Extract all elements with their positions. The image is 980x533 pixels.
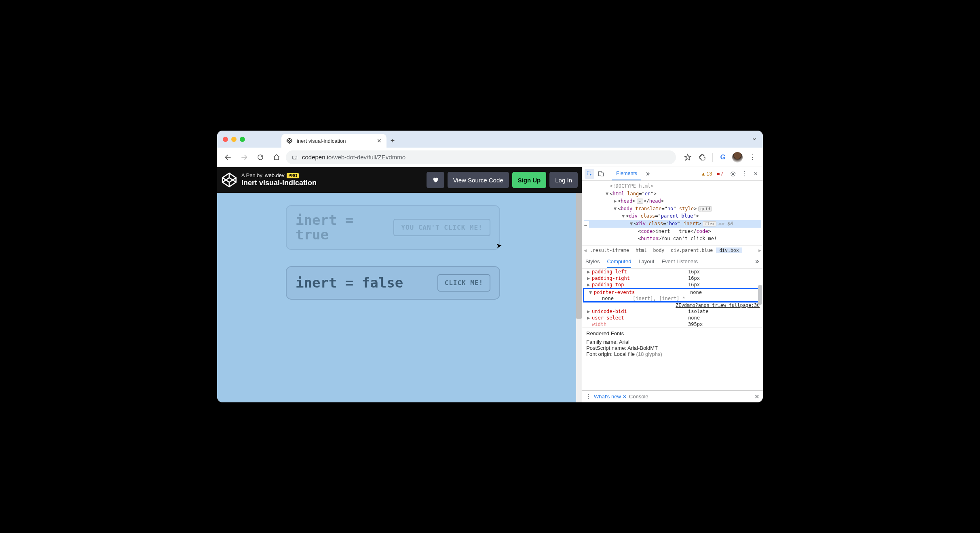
codepen-favicon: [286, 137, 293, 144]
computed-row[interactable]: ▶unicode-bidiisolate: [582, 308, 763, 315]
maximize-window-button[interactable]: [240, 137, 245, 142]
inert-false-box: inert = false Click me!: [286, 266, 500, 300]
codepen-logo-icon: [221, 172, 237, 188]
reload-button[interactable]: [253, 150, 267, 164]
more-tabs-button[interactable]: [643, 169, 653, 179]
google-account-button[interactable]: G: [716, 150, 730, 164]
byline-author-link[interactable]: web.dev: [265, 173, 284, 179]
codepen-actions: View Source Code Sign Up Log In: [427, 172, 578, 188]
computed-subrow: none[inert], [inert] *: [584, 296, 761, 301]
new-tab-button[interactable]: +: [387, 134, 399, 148]
browser-toolbar: codepen.io/web-dot-dev/full/ZEvdmmo G ⋮: [217, 148, 763, 167]
drawer-close-button[interactable]: ✕: [754, 393, 760, 400]
browser-tab[interactable]: inert visual-indication ✕: [281, 134, 387, 148]
breadcrumb-item-selected[interactable]: div.box: [716, 247, 742, 253]
tree-doctype: <!DOCTYPE html>: [584, 182, 761, 190]
tree-head[interactable]: ▶<head>⋯</head>: [584, 197, 761, 205]
login-button[interactable]: Log In: [549, 172, 578, 188]
console-tab[interactable]: Console: [629, 391, 648, 402]
computed-row[interactable]: width395px: [582, 321, 763, 328]
tab-title: inert visual-indication: [297, 138, 346, 144]
extensions-button[interactable]: [695, 150, 709, 164]
computed-tab[interactable]: Computed: [607, 256, 631, 268]
back-button[interactable]: [221, 150, 235, 164]
breadcrumb-item[interactable]: body: [650, 247, 668, 253]
svg-rect-0: [293, 156, 297, 159]
issues-indicator[interactable]: ■ 7: [717, 171, 723, 177]
signup-button[interactable]: Sign Up: [512, 172, 547, 188]
breadcrumb-item[interactable]: html: [632, 247, 650, 253]
tree-div-box-selected[interactable]: ▼<div class="box" inert>flex== $0: [584, 220, 761, 228]
elements-tab[interactable]: Elements: [612, 167, 641, 180]
codepen-header: A Pen by web.dev PRO inert visual-indica…: [217, 167, 582, 193]
pointer-events-highlight: ▼pointer-eventsnone none[inert], [inert]…: [583, 288, 762, 302]
tab-strip: inert visual-indication ✕ +: [217, 131, 763, 148]
styles-tab[interactable]: Styles: [585, 256, 600, 268]
rendered-fonts: Rendered Fonts Family name: Arial PostSc…: [582, 328, 763, 361]
browser-menu-button[interactable]: ⋮: [745, 150, 759, 164]
inert-false-code: inert = false: [296, 276, 429, 290]
profile-avatar[interactable]: [731, 150, 744, 164]
more-subtabs-icon[interactable]: [754, 259, 760, 264]
devtools-close-button[interactable]: ✕: [751, 169, 760, 179]
computed-row[interactable]: ▶user-selectnone: [582, 315, 763, 321]
warnings-indicator[interactable]: ▲ 13: [701, 171, 712, 177]
view-source-button[interactable]: View Source Code: [448, 172, 509, 188]
whats-new-tab[interactable]: What's new ✕: [594, 391, 627, 402]
font-family: Family name: Arial: [586, 339, 759, 345]
browser-window: inert visual-indication ✕ + codepen.io/w…: [217, 131, 763, 402]
close-tab-button[interactable]: ✕: [377, 137, 382, 144]
minimize-window-button[interactable]: [231, 137, 237, 142]
svg-point-4: [732, 173, 734, 175]
layout-tab[interactable]: Layout: [638, 256, 654, 268]
pen-body: inert = true You can't click me! inert =…: [217, 193, 582, 402]
window-controls: [223, 131, 245, 148]
devtools-drawer: ⋮ What's new ✕ Console ✕: [582, 390, 763, 402]
inspect-element-button[interactable]: [585, 169, 594, 179]
codepen-title-area: A Pen by web.dev PRO inert visual-indica…: [241, 173, 317, 187]
url-text: codepen.io/web-dot-dev/full/ZEvdmmo: [302, 154, 406, 161]
rendered-fonts-heading: Rendered Fonts: [586, 330, 759, 336]
font-postscript: PostScript name: Arial-BoldMT: [586, 345, 759, 351]
tabs-dropdown-button[interactable]: [752, 131, 763, 148]
computed-row[interactable]: ▶padding-top16px: [582, 281, 763, 288]
event-listeners-tab[interactable]: Event Listeners: [661, 256, 698, 268]
tree-code[interactable]: <code>inert = true</code>: [584, 228, 761, 235]
inert-true-box: inert = true You can't click me!: [286, 205, 500, 250]
love-button[interactable]: [427, 172, 444, 188]
inert-true-button: You can't click me!: [393, 219, 490, 236]
bookmark-button[interactable]: [681, 150, 695, 164]
svg-rect-3: [601, 173, 603, 176]
pro-badge: PRO: [287, 173, 299, 179]
home-button[interactable]: [270, 150, 283, 164]
computed-scrollbar[interactable]: [758, 285, 762, 305]
styles-subtabs: Styles Computed Layout Event Listeners: [582, 256, 763, 269]
computed-styles[interactable]: ▶padding-left16px ▶padding-right16px ▶pa…: [582, 269, 763, 328]
computed-row-pointer-events[interactable]: ▼pointer-eventsnone: [584, 289, 761, 296]
elements-tree[interactable]: <!DOCTYPE html> ▼<html lang="en"> ▶<head…: [582, 181, 763, 245]
forward-button[interactable]: [237, 150, 251, 164]
source-location[interactable]: ZEvdmmo?anon=tr…ew=fullpage:30: [582, 302, 763, 308]
inert-true-code: inert = true: [296, 213, 385, 242]
close-window-button[interactable]: [223, 137, 228, 142]
device-toolbar-button[interactable]: [596, 169, 606, 179]
tree-div-parent[interactable]: ▼<div class="parent blue">: [584, 212, 761, 220]
page: A Pen by web.dev PRO inert visual-indica…: [217, 167, 582, 402]
computed-row[interactable]: ▶padding-left16px: [582, 269, 763, 275]
elements-breadcrumb[interactable]: ◀ .result-iframe html body div.parent.bl…: [582, 245, 763, 256]
toolbar-right: G ⋮: [681, 150, 759, 164]
tree-button[interactable]: <button>You can't click me!: [584, 235, 761, 243]
tree-overflow-ellipsis: ⋯: [582, 221, 589, 230]
address-bar[interactable]: codepen.io/web-dot-dev/full/ZEvdmmo: [286, 150, 676, 164]
drawer-menu-button[interactable]: ⋮: [585, 393, 591, 400]
tree-html[interactable]: ▼<html lang="en">: [584, 190, 761, 198]
inert-false-button[interactable]: Click me!: [437, 274, 490, 292]
breadcrumb-item[interactable]: .result-iframe: [587, 247, 632, 253]
devtools-panel: Elements ▲ 13 ■ 7 ⋮ ✕ <!DOCTYPE html> ▼<…: [582, 167, 763, 402]
breadcrumb-item[interactable]: div.parent.blue: [667, 247, 716, 253]
devtools-settings-button[interactable]: [728, 169, 738, 179]
tree-body[interactable]: ▼<body translate="no" style>grid: [584, 205, 761, 213]
computed-row[interactable]: ▶padding-right16px: [582, 275, 763, 281]
page-scrollbar[interactable]: [576, 193, 582, 402]
devtools-menu-button[interactable]: ⋮: [739, 169, 749, 179]
